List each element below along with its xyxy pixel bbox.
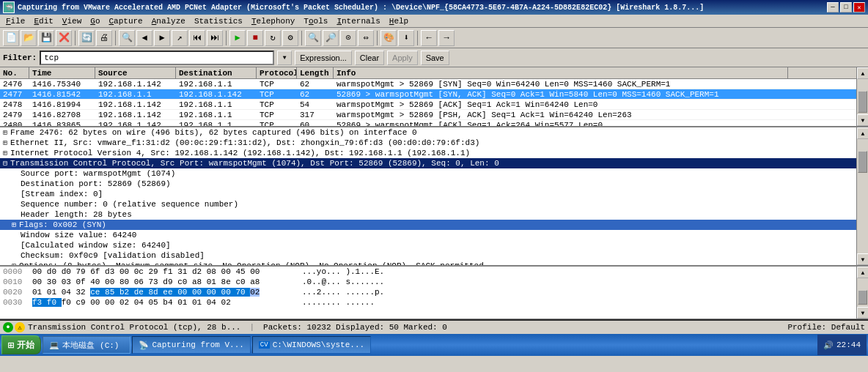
filter-input[interactable] [40, 51, 274, 65]
capture-start-button[interactable]: ▶ [229, 30, 246, 46]
detail-row[interactable]: ⊞Ethernet II, Src: vmware_f1:31:d2 (00:0… [0, 138, 868, 148]
last-button[interactable]: ⏭ [207, 30, 223, 46]
ascii-text: ........ ...... [302, 298, 375, 307]
detail-row[interactable]: [Calculated window size: 64240] [0, 240, 868, 250]
menu-go[interactable]: Go [86, 15, 104, 27]
capture-restart-button[interactable]: ↻ [265, 30, 281, 46]
zoom-out-button[interactable]: 🔎 [323, 30, 339, 46]
resize-columns-button[interactable]: ⇔ [358, 30, 374, 46]
detail-row[interactable]: Header length: 28 bytes [0, 209, 868, 220]
hex-scroll-up[interactable]: ▲ [857, 267, 868, 278]
apply-button[interactable]: Apply [387, 51, 418, 65]
scroll-thumb[interactable] [858, 91, 867, 113]
packet-row[interactable]: 2480 1416.83865 192.168.1.142 192.168.1.… [0, 120, 868, 127]
detail-scroll-thumb[interactable] [858, 151, 867, 173]
detail-row[interactable]: ⊞Flags: 0x002 (SYN) [0, 220, 868, 230]
scroll-down[interactable]: ▼ [857, 114, 868, 126]
packet-list-scrollbar[interactable]: ▲ ▼ [856, 67, 868, 126]
hex-scroll-down[interactable]: ▼ [857, 307, 868, 319]
menu-telephony[interactable]: Telephony [247, 15, 299, 27]
taskbar-item-wireshark[interactable]: 📡 Capturing from V... [132, 336, 250, 354]
col-info[interactable]: Info [334, 67, 788, 78]
save-button[interactable]: Save [421, 51, 449, 65]
menu-file[interactable]: File [1, 15, 29, 27]
col-destination[interactable]: Destination [176, 67, 257, 78]
autoscroll-button[interactable]: ⬇ [398, 30, 414, 46]
col-time[interactable]: Time [29, 67, 95, 78]
close-button[interactable]: ✕ [853, 2, 865, 12]
detail-row[interactable]: Window size value: 64240 [0, 230, 868, 240]
maximize-button[interactable]: □ [840, 2, 852, 12]
detail-row[interactable]: Destination port: 52869 (52869) [0, 179, 868, 189]
packet-detail-scrollbar[interactable]: ▲ ▼ [856, 127, 868, 265]
filter-dropdown[interactable]: ▼ [277, 51, 292, 65]
menu-tools[interactable]: Tools [299, 15, 332, 27]
save-button[interactable]: 💾 [38, 30, 54, 46]
capture-stop-button[interactable]: ■ [247, 30, 263, 46]
goto-button[interactable]: ↗ [172, 30, 188, 46]
hex-byte: 40 [90, 278, 105, 286]
packet-row[interactable]: 2479 1416.82708 192.168.1.142 192.168.1.… [0, 110, 868, 120]
expression-button[interactable]: Expression... [295, 51, 352, 65]
menu-analyze[interactable]: Analyze [147, 15, 190, 27]
close-capture-button[interactable]: ❌ [56, 30, 72, 46]
zoom-normal-button[interactable]: ⊙ [340, 30, 356, 46]
menu-internals[interactable]: Internals [332, 15, 384, 27]
col-length[interactable]: Length [297, 67, 334, 78]
reload-button[interactable]: 🔄 [78, 30, 95, 46]
expander-icon[interactable]: ⊞ [12, 261, 16, 267]
find-button[interactable]: 🔍 [119, 30, 135, 46]
taskbar-item-local-disk[interactable]: 💻 本地磁盘 (C:) [43, 336, 130, 354]
hex-dump-scrollbar[interactable]: ▲ ▼ [856, 267, 868, 319]
open-button[interactable]: 📂 [21, 30, 37, 46]
first-button[interactable]: ⏮ [189, 30, 205, 46]
menu-view[interactable]: View [58, 15, 86, 27]
colorize-button[interactable]: 🎨 [380, 30, 397, 46]
sep3 [226, 31, 227, 45]
expander-icon[interactable]: ⊟ [3, 159, 7, 168]
menu-capture[interactable]: Capture [104, 15, 147, 27]
col-source[interactable]: Source [95, 67, 176, 78]
expander-icon[interactable]: ⊞ [12, 220, 16, 229]
menu-statistics[interactable]: Statistics [190, 15, 247, 27]
minimize-button[interactable]: ─ [827, 2, 839, 12]
menu-edit[interactable]: Edit [29, 15, 57, 27]
print-button[interactable]: 🖨 [96, 30, 112, 46]
detail-row[interactable]: Sequence number: 0 (relative sequence nu… [0, 199, 868, 209]
hex-offset: 0030 [3, 298, 32, 307]
menu-help[interactable]: Help [385, 15, 413, 27]
packet-row[interactable]: 2477 1416.81542 192.168.1.1 192.168.1.14… [0, 89, 868, 100]
taskbar-item-cmd[interactable]: CV C:\WINDOWS\syste... [252, 336, 371, 354]
capture-options-button[interactable]: ⚙ [282, 30, 298, 46]
packet-row[interactable]: 2478 1416.81994 192.168.1.142 192.168.1.… [0, 100, 868, 110]
scroll-up[interactable]: ▲ [857, 67, 868, 79]
col-protocol[interactable]: Protocol [257, 67, 297, 78]
prev-button[interactable]: ◀ [136, 30, 152, 46]
detail-row[interactable]: ⊞Frame 2476: 62 bytes on wire (496 bits)… [0, 127, 868, 138]
zoom-in-button[interactable]: 🔍 [305, 30, 321, 46]
detail-scroll-down[interactable]: ▼ [857, 253, 868, 265]
start-button[interactable]: ⊞ 开始 [1, 335, 41, 354]
hex-byte: de [134, 288, 149, 297]
expander-icon[interactable]: ⊞ [3, 128, 7, 137]
new-button[interactable]: 📄 [3, 30, 19, 46]
detail-row[interactable]: Source port: warmspotMgmt (1074) [0, 168, 868, 179]
detail-row[interactable]: [Stream index: 0] [0, 189, 868, 199]
next-button[interactable]: ▶ [154, 30, 170, 46]
clear-button[interactable]: Clear [355, 51, 384, 65]
detail-row[interactable]: ⊟Transmission Control Protocol, Src Port… [0, 158, 868, 168]
forward-button[interactable]: → [438, 30, 455, 46]
packet-row[interactable]: 2476 1416.75340 192.168.1.142 192.168.1.… [0, 79, 868, 89]
detail-row[interactable]: ⊞Internet Protocol Version 4, Src: 192.1… [0, 148, 868, 158]
back-button[interactable]: ← [421, 30, 437, 46]
cell-dst: 192.168.1.1 [176, 110, 257, 119]
detail-row[interactable]: Checksum: 0xf0c9 [validation disabled] [0, 250, 868, 261]
expander-icon[interactable]: ⊞ [3, 138, 7, 147]
cell-len: 317 [297, 110, 334, 119]
expander-icon[interactable]: ⊞ [3, 149, 7, 157]
detail-scroll-up[interactable]: ▲ [857, 127, 868, 139]
detail-row[interactable]: ⊞Options: (8 bytes), Maximum segment siz… [0, 261, 868, 267]
detail-text: Ethernet II, Src: vmware_f1:31:d2 (00:0c… [10, 138, 479, 147]
col-no[interactable]: No. [0, 67, 29, 78]
hex-scroll-thumb[interactable] [858, 290, 867, 305]
